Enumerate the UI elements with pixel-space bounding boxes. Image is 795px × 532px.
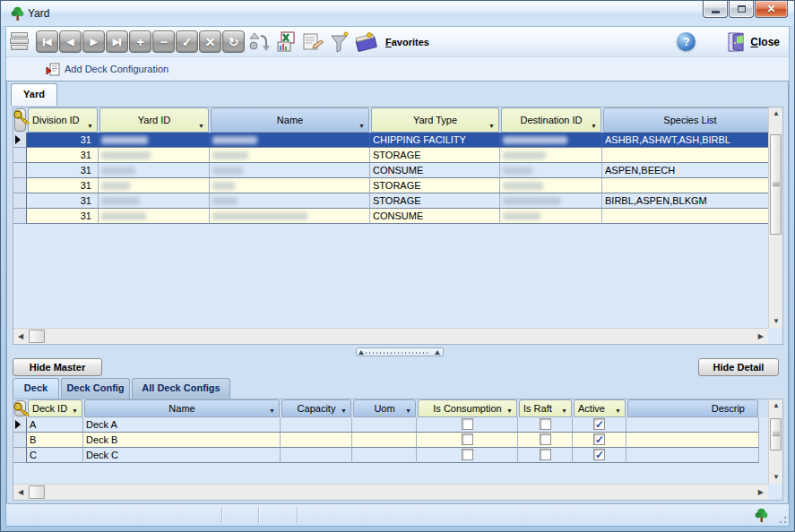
cell-species_list[interactable]: ASPEN,BEECH bbox=[602, 163, 778, 178]
row-selector[interactable] bbox=[13, 178, 27, 193]
cell-division_id[interactable]: 31 bbox=[27, 163, 99, 178]
row-selector[interactable] bbox=[13, 417, 27, 433]
column-header-deck_id[interactable]: Deck ID▼ bbox=[28, 399, 82, 417]
cell-uom[interactable] bbox=[352, 417, 417, 433]
edit-record-icon[interactable] bbox=[301, 30, 325, 54]
export-excel-icon[interactable] bbox=[274, 30, 298, 54]
column-header-descrip[interactable]: Descrip bbox=[627, 399, 758, 417]
scroll-down-icon[interactable]: ▼ bbox=[773, 318, 780, 325]
cell-species_list[interactable]: BIRBL,ASPEN,BLKGM bbox=[602, 193, 778, 209]
cell-active[interactable] bbox=[573, 417, 626, 433]
form-view-icon[interactable] bbox=[10, 31, 30, 53]
cell-uom[interactable] bbox=[352, 433, 417, 448]
next-record-button[interactable]: ▶ bbox=[82, 30, 105, 53]
minimize-button[interactable] bbox=[703, 1, 728, 18]
is_consumption-checkbox[interactable] bbox=[462, 418, 473, 430]
cell-name[interactable] bbox=[210, 178, 370, 193]
cell-descrip[interactable] bbox=[626, 433, 759, 448]
tab-deck-config[interactable]: Deck Config bbox=[61, 378, 130, 399]
help-icon[interactable]: ? bbox=[677, 32, 696, 51]
horizontal-scroll-thumb[interactable] bbox=[29, 330, 45, 343]
cell-destination_id[interactable] bbox=[500, 209, 602, 224]
cell-yard_id[interactable] bbox=[99, 178, 210, 193]
cell-destination_id[interactable] bbox=[500, 163, 602, 178]
table-row[interactable]: 31CONSUME bbox=[13, 209, 782, 224]
column-header-name[interactable]: Name▼ bbox=[211, 107, 369, 133]
cell-name[interactable]: Deck C bbox=[83, 448, 281, 463]
column-header-division_id[interactable]: Division ID▼ bbox=[28, 107, 98, 133]
cell-is_consumption[interactable] bbox=[417, 417, 518, 433]
cell-active[interactable] bbox=[573, 448, 626, 463]
cell-name[interactable]: Deck A bbox=[83, 417, 281, 433]
sort-icon[interactable] bbox=[247, 30, 271, 54]
scroll-right-icon[interactable]: ▶ bbox=[758, 333, 764, 340]
cancel-button[interactable]: ✕ bbox=[199, 30, 221, 53]
hide-detail-button[interactable]: Hide Detail bbox=[698, 358, 779, 376]
table-row[interactable]: 31STORAGE bbox=[13, 148, 782, 163]
column-header-destination_id[interactable]: Destination ID▼ bbox=[501, 107, 601, 133]
grid-corner-key[interactable] bbox=[13, 107, 27, 133]
favorites-label[interactable]: Favorites bbox=[385, 37, 429, 47]
close-window-button[interactable]: ✕ bbox=[755, 1, 788, 18]
resize-grip[interactable] bbox=[776, 513, 787, 524]
cell-yard_id[interactable] bbox=[99, 148, 210, 163]
row-selector[interactable] bbox=[13, 433, 27, 448]
cell-destination_id[interactable] bbox=[500, 193, 602, 209]
cell-is_raft[interactable] bbox=[518, 417, 573, 433]
cell-active[interactable] bbox=[573, 433, 626, 448]
hide-master-button[interactable]: Hide Master bbox=[13, 358, 102, 376]
cell-division_id[interactable]: 31 bbox=[27, 148, 99, 163]
table-row[interactable]: 31CONSUMEASPEN,BEECH bbox=[13, 163, 782, 178]
maximize-button[interactable] bbox=[729, 1, 754, 18]
cell-species_list[interactable] bbox=[602, 178, 778, 193]
active-checkbox[interactable] bbox=[593, 418, 605, 430]
active-checkbox[interactable] bbox=[593, 433, 605, 445]
cell-name[interactable] bbox=[210, 209, 370, 224]
cell-destination_id[interactable] bbox=[500, 178, 602, 193]
add-deck-configuration-link[interactable]: Add Deck Configuration bbox=[6, 57, 789, 81]
cell-deck_id[interactable]: C bbox=[27, 448, 83, 463]
horizontal-scrollbar[interactable]: ◀▶ bbox=[13, 328, 768, 344]
cell-yard_type[interactable]: STORAGE bbox=[370, 193, 500, 209]
cell-capacity[interactable] bbox=[281, 433, 352, 448]
row-selector[interactable] bbox=[13, 148, 27, 163]
cell-yard_id[interactable] bbox=[99, 163, 210, 178]
table-row[interactable]: BDeck B bbox=[13, 433, 782, 448]
favorites-book-icon[interactable] bbox=[354, 30, 379, 53]
add-record-button[interactable]: + bbox=[129, 30, 151, 53]
column-header-active[interactable]: Active▼ bbox=[574, 399, 626, 417]
column-header-is_consumption[interactable]: Is Consumption▼ bbox=[418, 399, 517, 417]
cell-species_list[interactable]: ASHBR,ASHWT,ASH,BIRBL bbox=[602, 133, 778, 148]
is_consumption-checkbox[interactable] bbox=[462, 449, 473, 460]
cell-division_id[interactable]: 31 bbox=[27, 133, 99, 148]
column-header-yard_type[interactable]: Yard Type▼ bbox=[371, 107, 499, 133]
cell-name[interactable] bbox=[210, 193, 370, 209]
cell-is_consumption[interactable] bbox=[417, 448, 518, 463]
cell-destination_id[interactable] bbox=[500, 148, 602, 163]
is_consumption-checkbox[interactable] bbox=[462, 433, 473, 445]
refresh-button[interactable]: ↻ bbox=[222, 30, 245, 53]
cell-yard_id[interactable] bbox=[99, 133, 210, 148]
cell-is_consumption[interactable] bbox=[417, 433, 518, 448]
grid-corner-key[interactable] bbox=[13, 399, 27, 417]
row-selector[interactable] bbox=[13, 448, 27, 463]
cell-species_list[interactable] bbox=[602, 209, 778, 224]
tab-yard[interactable]: Yard bbox=[11, 83, 57, 106]
first-record-button[interactable]: ◀ bbox=[36, 30, 58, 53]
vertical-scroll-thumb[interactable] bbox=[770, 134, 782, 235]
scroll-up-icon[interactable]: ▲ bbox=[773, 402, 780, 409]
cell-is_raft[interactable] bbox=[518, 433, 573, 448]
cell-yard_id[interactable] bbox=[99, 193, 210, 209]
cell-yard_type[interactable]: CHIPPING FACILITY bbox=[370, 133, 500, 148]
table-row[interactable]: 31STORAGE bbox=[13, 178, 782, 193]
row-selector[interactable] bbox=[13, 163, 27, 178]
column-header-uom[interactable]: Uom▼ bbox=[353, 399, 416, 417]
horizontal-scrollbar[interactable]: ◀▶ bbox=[13, 484, 768, 500]
close-door-icon[interactable] bbox=[726, 31, 746, 53]
active-checkbox[interactable] bbox=[593, 449, 605, 460]
vertical-scrollbar[interactable]: ▲▼ bbox=[768, 399, 782, 484]
splitter-handle[interactable] bbox=[356, 348, 444, 356]
cell-division_id[interactable]: 31 bbox=[27, 193, 99, 209]
filter-icon[interactable] bbox=[329, 30, 350, 54]
row-selector[interactable] bbox=[13, 133, 27, 148]
